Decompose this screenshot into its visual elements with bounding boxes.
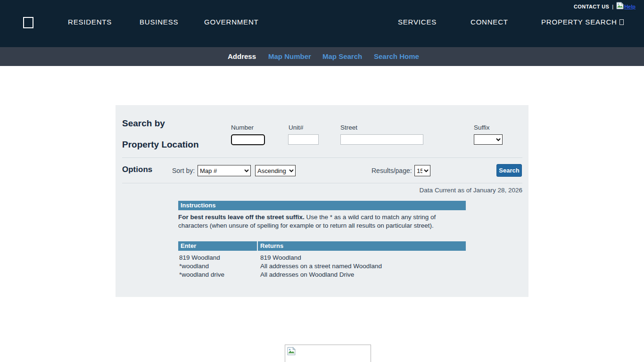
panel-heading-line2: Property Location	[122, 140, 199, 150]
contact-row: CONTACT US | Help	[574, 1, 636, 12]
returns-cell: All addresses on Woodland Drive	[258, 271, 354, 279]
panel-divider-bottom	[122, 183, 522, 183]
subnav-tab-address[interactable]: Address	[228, 47, 256, 66]
nav-item-residents[interactable]: RESIDENTS	[68, 18, 112, 26]
instructions-text: For best results leave off the street su…	[178, 213, 463, 230]
nav-item-services[interactable]: SERVICES	[398, 18, 437, 26]
nav-item-government[interactable]: GOVERNMENT	[204, 18, 259, 26]
data-current-text: Data Current as of January 28, 2026	[420, 187, 522, 194]
top-navigation-bar: CONTACT US | Help RESIDENTS BUSINESS GOV…	[0, 0, 644, 47]
missing-glyph-icon	[619, 19, 624, 25]
table-row: 819 Woodland 819 Woodland	[178, 254, 466, 262]
subnav-tab-map-search[interactable]: Map Search	[322, 47, 362, 66]
unit-label: Unit#	[289, 124, 304, 131]
sort-by-label: Sort by:	[172, 167, 195, 174]
table-row: *woodland drive All addresses on Woodlan…	[178, 271, 466, 279]
subnav-tab-map-number[interactable]: Map Number	[268, 47, 311, 66]
examples-table: 819 Woodland 819 Woodland *woodland All …	[178, 254, 466, 279]
enter-cell: *woodland drive	[178, 271, 258, 279]
search-subnav: Address Map Number Map Search Search Hom…	[0, 47, 644, 66]
number-label: Number	[231, 124, 254, 131]
contact-separator: |	[612, 4, 613, 9]
broken-image-icon	[287, 347, 296, 357]
sort-order-select[interactable]: Ascending	[255, 165, 296, 176]
help-link-label: Help	[624, 4, 636, 9]
search-button[interactable]: Search	[496, 164, 522, 177]
enter-cell: 819 Woodland	[178, 254, 258, 262]
subnav-tab-search-home[interactable]: Search Home	[374, 47, 419, 66]
logo-placeholder-icon[interactable]	[23, 17, 33, 28]
number-input[interactable]	[231, 134, 265, 145]
enter-cell: *woodland	[178, 262, 258, 271]
street-input[interactable]	[340, 134, 423, 145]
suffix-select[interactable]	[474, 134, 503, 145]
nav-item-connect[interactable]: CONNECT	[471, 18, 508, 26]
examples-returns-header: Returns	[258, 241, 466, 251]
panel-divider-top	[122, 157, 522, 158]
nav-item-property-search[interactable]: PROPERTY SEARCH	[541, 18, 624, 26]
examples-enter-header: Enter	[178, 241, 257, 251]
returns-cell: All addresses on a street named Woodland	[258, 262, 382, 271]
help-link[interactable]: Help	[616, 2, 636, 11]
instructions-header: Instructions	[178, 201, 466, 210]
contact-us-link[interactable]: CONTACT US	[574, 4, 609, 9]
table-row: *woodland All addresses on a street name…	[178, 262, 466, 271]
suffix-label: Suffix	[474, 124, 490, 131]
unit-input[interactable]	[288, 134, 319, 145]
broken-image-icon	[616, 2, 624, 11]
options-heading: Options	[122, 165, 152, 174]
returns-cell: 819 Woodland	[258, 254, 301, 262]
panel-heading-line1: Search by	[122, 118, 165, 129]
footer-image-placeholder	[285, 345, 371, 362]
property-search-panel: Search by Property Location Number Unit#…	[116, 105, 528, 297]
sort-field-select[interactable]: Map #	[198, 165, 251, 176]
results-per-page-select[interactable]: 15	[414, 165, 430, 176]
street-label: Street	[340, 124, 357, 131]
instructions-bold-text: For best results leave off the street su…	[178, 214, 305, 221]
results-per-page-label: Results/page:	[372, 167, 412, 174]
page-root: CONTACT US | Help RESIDENTS BUSINESS GOV…	[0, 0, 644, 362]
nav-item-business[interactable]: BUSINESS	[140, 18, 178, 26]
